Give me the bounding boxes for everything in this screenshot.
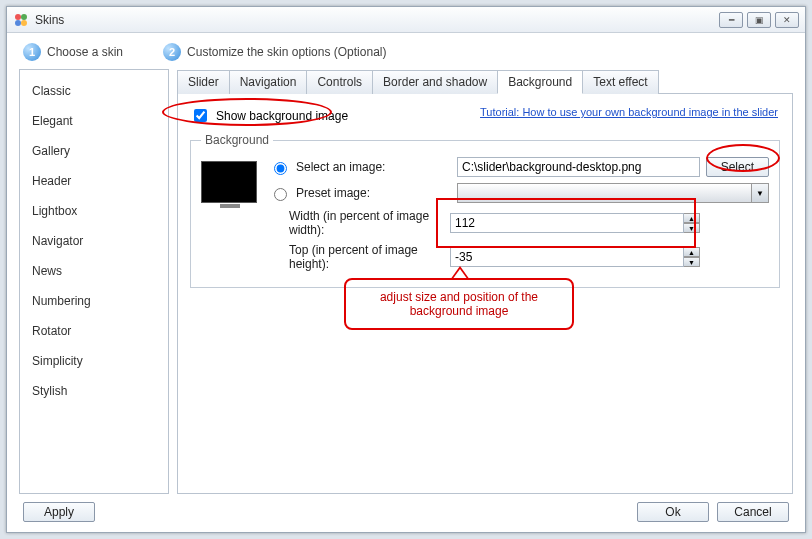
step-1: 1Choose a skin <box>23 43 123 61</box>
step-2-badge: 2 <box>163 43 181 61</box>
width-spinner[interactable]: ▲▼ <box>450 213 700 233</box>
spin-down-icon[interactable]: ▼ <box>684 257 700 267</box>
titlebar[interactable]: Skins ━ ▣ ✕ <box>7 7 805 33</box>
step-2-label: Customize the skin options (Optional) <box>187 45 386 59</box>
dialog-footer: Apply Ok Cancel <box>19 494 793 522</box>
tutorial-link[interactable]: Tutorial: How to use your own background… <box>480 106 778 118</box>
tab-slider[interactable]: Slider <box>177 70 230 94</box>
radio-preset-image[interactable] <box>274 188 287 201</box>
tab-text-effect[interactable]: Text effect <box>582 70 658 94</box>
tab-controls[interactable]: Controls <box>306 70 373 94</box>
wizard-steps: 1Choose a skin 2Customize the skin optio… <box>19 43 793 61</box>
cancel-button[interactable]: Cancel <box>717 502 789 522</box>
sidebar-item-classic[interactable]: Classic <box>20 76 168 106</box>
step-1-badge: 1 <box>23 43 41 61</box>
select-image-label: Select an image: <box>296 160 451 174</box>
tab-navigation[interactable]: Navigation <box>229 70 308 94</box>
skins-dialog: Skins ━ ▣ ✕ 1Choose a skin 2Customize th… <box>6 6 806 533</box>
sidebar-item-header[interactable]: Header <box>20 166 168 196</box>
svg-point-0 <box>15 14 21 20</box>
chevron-down-icon: ▼ <box>752 183 769 203</box>
image-path-field[interactable] <box>457 157 700 177</box>
width-input[interactable] <box>450 213 684 233</box>
preview-thumbnail <box>201 161 257 203</box>
background-group: Background Select an image: Select <box>190 133 780 288</box>
preset-image-label: Preset image: <box>296 186 451 200</box>
spin-up-icon[interactable]: ▲ <box>684 213 700 223</box>
background-group-title: Background <box>201 133 273 147</box>
svg-point-3 <box>21 20 27 26</box>
apply-button[interactable]: Apply <box>23 502 95 522</box>
app-icon <box>13 12 29 28</box>
window-title: Skins <box>35 13 719 27</box>
background-panel: Show background image Tutorial: How to u… <box>177 94 793 494</box>
top-label: Top (in percent of image height): <box>289 243 444 271</box>
show-background-label: Show background image <box>216 109 348 123</box>
spin-down-icon[interactable]: ▼ <box>684 223 700 233</box>
step-1-label: Choose a skin <box>47 45 123 59</box>
sidebar-item-stylish[interactable]: Stylish <box>20 376 168 406</box>
spin-up-icon[interactable]: ▲ <box>684 247 700 257</box>
maximize-button[interactable]: ▣ <box>747 12 771 28</box>
minimize-button[interactable]: ━ <box>719 12 743 28</box>
step-2: 2Customize the skin options (Optional) <box>163 43 386 61</box>
ok-button[interactable]: Ok <box>637 502 709 522</box>
close-button[interactable]: ✕ <box>775 12 799 28</box>
sidebar-item-lightbox[interactable]: Lightbox <box>20 196 168 226</box>
tab-background[interactable]: Background <box>497 70 583 94</box>
sidebar-item-elegant[interactable]: Elegant <box>20 106 168 136</box>
sidebar-item-gallery[interactable]: Gallery <box>20 136 168 166</box>
top-input[interactable] <box>450 247 684 267</box>
sidebar-item-simplicity[interactable]: Simplicity <box>20 346 168 376</box>
sidebar-item-news[interactable]: News <box>20 256 168 286</box>
width-label: Width (in percent of image width): <box>289 209 444 237</box>
svg-point-1 <box>21 14 27 20</box>
sidebar-item-navigator[interactable]: Navigator <box>20 226 168 256</box>
show-background-checkbox[interactable] <box>194 109 207 122</box>
radio-select-image[interactable] <box>274 162 287 175</box>
top-spinner[interactable]: ▲▼ <box>450 247 700 267</box>
sidebar-item-numbering[interactable]: Numbering <box>20 286 168 316</box>
preset-combobox[interactable]: ▼ <box>457 183 769 203</box>
skin-list[interactable]: Classic Elegant Gallery Header Lightbox … <box>19 69 169 494</box>
option-tabs: Slider Navigation Controls Border and sh… <box>177 69 793 94</box>
tab-border-shadow[interactable]: Border and shadow <box>372 70 498 94</box>
sidebar-item-rotator[interactable]: Rotator <box>20 316 168 346</box>
svg-point-2 <box>15 20 21 26</box>
select-button[interactable]: Select <box>706 157 769 177</box>
